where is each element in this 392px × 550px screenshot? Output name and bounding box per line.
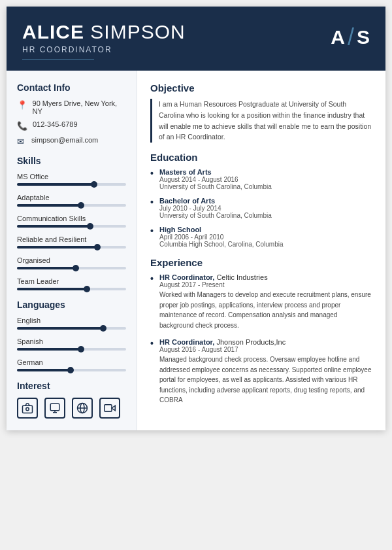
- contact-address: 📍 90 Myers Drive, New York, NY: [17, 99, 126, 115]
- edu-school: University of South Carolina, Columbia: [159, 212, 372, 219]
- language-bar-fill: [17, 369, 72, 371]
- email-icon: ✉: [17, 137, 26, 146]
- skill-bar-fill: [17, 267, 77, 269]
- skill-item: MS Office: [17, 173, 126, 186]
- exp-company: Celtic Industries: [216, 273, 267, 281]
- edu-date: July 2010 - July 2014: [159, 205, 372, 212]
- skill-bar-bg: [17, 204, 126, 207]
- skill-bar-bg: [17, 183, 126, 186]
- first-name: ALICE: [22, 21, 84, 43]
- slash-icon: /: [348, 24, 354, 51]
- skill-item: Organised: [17, 256, 126, 269]
- left-column: Contact Info 📍 90 Myers Drive, New York,…: [7, 71, 137, 430]
- skill-bar-bg: [17, 246, 126, 249]
- edu-degree: High School: [159, 226, 372, 233]
- svg-rect-9: [105, 405, 112, 412]
- skill-item: Communication Skills: [17, 215, 126, 228]
- header-divider: [22, 60, 94, 60]
- initial-s: S: [357, 26, 370, 48]
- contact-section-title: Contact Info: [17, 82, 126, 93]
- skill-bar-bg: [17, 267, 126, 269]
- language-bar-fill: [17, 327, 105, 330]
- resume-container: ALICE SIMPSON HR COORDINATOR A / S Conta…: [7, 7, 385, 430]
- skill-bar-fill: [17, 288, 88, 290]
- skill-bar-fill: [17, 225, 91, 228]
- phone-icon: 📞: [17, 121, 27, 131]
- interest-icon-3: [99, 398, 120, 419]
- language-bar-fill: [17, 348, 82, 351]
- objective-text: I am a Human Resources Postgraduate at U…: [150, 99, 372, 143]
- skill-bar-fill: [17, 183, 95, 186]
- language-name: German: [17, 358, 126, 366]
- skills-list: MS Office Adaptable Communication Skills…: [17, 173, 126, 290]
- experience-item: HR Coordinator, Celtic Industries August…: [150, 273, 372, 330]
- skill-item: Team Leader: [17, 277, 126, 290]
- education-item: Bachelor of Arts July 2010 - July 2014 U…: [150, 197, 372, 219]
- experience-list: HR Coordinator, Celtic Industries August…: [150, 273, 372, 405]
- initial-a: A: [331, 26, 345, 48]
- language-bar-bg: [17, 327, 126, 330]
- exp-desc: Managed background check process. Oversa…: [159, 354, 372, 405]
- last-name: SIMPSON: [90, 21, 185, 43]
- interest-icon-1: [44, 398, 65, 419]
- email-text: simpson@email.com: [31, 136, 98, 144]
- skill-bar-fill: [17, 246, 99, 249]
- education-list: Masters of Arts August 2014 - August 201…: [150, 168, 372, 248]
- education-item: High School April 2006 - April 2010 Colu…: [150, 226, 372, 248]
- languages-section-title: Languages: [17, 300, 126, 310]
- objective-section-title: Objective: [150, 82, 372, 94]
- skill-name: Adaptable: [17, 194, 126, 201]
- education-item: Masters of Arts August 2014 - August 201…: [150, 168, 372, 190]
- header-title: HR COORDINATOR: [22, 45, 186, 54]
- header: ALICE SIMPSON HR COORDINATOR A / S: [7, 7, 385, 71]
- edu-degree: Bachelor of Arts: [159, 197, 372, 205]
- language-bar-bg: [17, 348, 126, 351]
- language-item: German: [17, 358, 126, 371]
- skills-section-title: Skills: [17, 156, 126, 166]
- header-initials: A / S: [331, 24, 370, 51]
- edu-degree: Masters of Arts: [159, 168, 372, 176]
- skill-bar-fill: [17, 204, 82, 207]
- right-column: Objective I am a Human Resources Postgra…: [137, 71, 385, 430]
- languages-list: English Spanish German: [17, 317, 126, 371]
- language-bar-bg: [17, 369, 126, 371]
- svg-marker-8: [112, 405, 115, 411]
- svg-rect-2: [50, 404, 59, 411]
- language-name: Spanish: [17, 337, 126, 345]
- skill-name: Reliable and Resilient: [17, 235, 126, 243]
- interest-icon-2: [72, 398, 93, 419]
- header-name: ALICE SIMPSON: [22, 21, 186, 43]
- skill-item: Reliable and Resilient: [17, 235, 126, 249]
- body: Contact Info 📍 90 Myers Drive, New York,…: [7, 71, 385, 430]
- skill-name: Team Leader: [17, 277, 126, 285]
- skill-name: Communication Skills: [17, 215, 126, 222]
- contact-phone: 📞 012-345-6789: [17, 120, 126, 131]
- exp-company: Jhonson Products,Inc: [216, 338, 286, 346]
- experience-item: HR Coordinator, Jhonson Products,Inc Aug…: [150, 338, 372, 405]
- language-name: English: [17, 317, 126, 324]
- language-item: Spanish: [17, 337, 126, 351]
- edu-school: University of South Carolina, Columbia: [159, 183, 372, 190]
- phone-text: 012-345-6789: [33, 120, 78, 128]
- exp-date: August 2017 - Present: [159, 281, 372, 288]
- exp-date: August 2016 - August 2017: [159, 346, 372, 353]
- exp-desc: Worked with Managers to develop and exec…: [159, 290, 372, 330]
- language-item: English: [17, 317, 126, 330]
- header-left: ALICE SIMPSON HR COORDINATOR: [22, 21, 186, 60]
- exp-title: HR Coordinator, Jhonson Products,Inc: [159, 338, 372, 346]
- experience-section-title: Experience: [150, 257, 372, 268]
- interest-icon-0: [17, 398, 38, 419]
- svg-rect-0: [23, 405, 33, 413]
- interest-section-title: Interest: [17, 381, 126, 391]
- exp-title: HR Coordinator, Celtic Industries: [159, 273, 372, 281]
- interest-icons: [17, 398, 126, 419]
- skill-bar-bg: [17, 225, 126, 228]
- location-icon: 📍: [17, 100, 27, 110]
- edu-school: Columbia High School, Carolina, Columbia: [159, 241, 372, 248]
- edu-date: April 2006 - April 2010: [159, 233, 372, 241]
- address-text: 90 Myers Drive, New York, NY: [33, 99, 126, 115]
- svg-point-1: [26, 407, 29, 411]
- skill-name: Organised: [17, 256, 126, 264]
- skill-bar-bg: [17, 288, 126, 290]
- skill-name: MS Office: [17, 173, 126, 180]
